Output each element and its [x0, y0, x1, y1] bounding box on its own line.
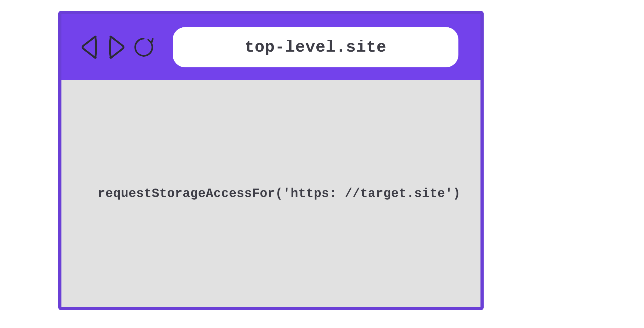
browser-content: requestStorageAccessFor('https: //target…: [61, 80, 480, 307]
forward-triangle-icon[interactable]: [106, 33, 127, 61]
back-triangle-icon[interactable]: [79, 33, 100, 61]
content-code: requestStorageAccessFor('https: //target…: [98, 187, 461, 201]
reload-icon[interactable]: [133, 33, 154, 61]
browser-toolbar: top-level.site: [61, 14, 480, 80]
browser-window: top-level.site requestStorageAccessFor('…: [58, 11, 484, 310]
address-url: top-level.site: [244, 38, 387, 57]
address-bar[interactable]: top-level.site: [173, 27, 458, 67]
nav-icons: [79, 33, 154, 61]
